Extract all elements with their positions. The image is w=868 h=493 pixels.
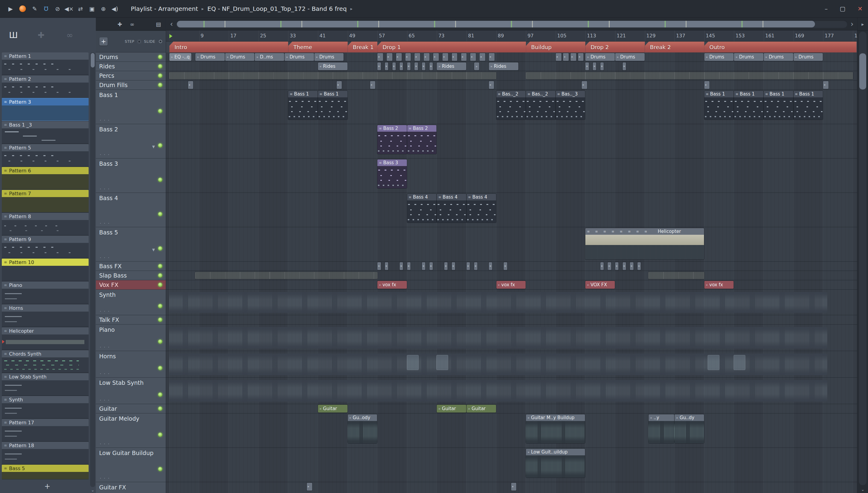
clip-bass-4[interactable]: ≡Bass 4 <box>466 194 496 223</box>
clip-drums[interactable]: »Drums <box>794 53 823 61</box>
clip-vox-fx[interactable]: »VOX FX <box>585 281 615 289</box>
note-ticks-region[interactable] <box>169 72 496 79</box>
section-marker-outro[interactable]: Outro <box>704 42 856 52</box>
mini-clip[interactable]: » <box>452 262 455 270</box>
mini-clip[interactable]: » <box>585 62 589 70</box>
pattern-list-scrollbar[interactable] <box>90 52 95 487</box>
fl-logo-icon[interactable] <box>19 5 26 12</box>
track-mute-led[interactable] <box>158 283 162 287</box>
maximize-button[interactable]: ▢ <box>840 5 845 12</box>
track-menu-arrow-icon[interactable]: ▼ <box>152 145 155 149</box>
mini-clip[interactable]: » <box>400 62 403 70</box>
clip-drums[interactable]: »Drums <box>225 53 255 61</box>
mini-clip[interactable]: » <box>385 262 388 270</box>
mini-clip[interactable]: » <box>489 53 495 61</box>
audio-stem-waveform[interactable] <box>169 292 827 313</box>
track-mute-led[interactable] <box>158 73 162 78</box>
timeline-ruler[interactable]: 9172533414957657381899710511312112913714… <box>166 30 858 42</box>
mini-clip[interactable]: » <box>466 262 470 270</box>
mini-clip[interactable]: » <box>337 81 342 89</box>
track-header-bass-2[interactable]: Bass 2. . .▼ <box>96 124 166 158</box>
mini-clip[interactable]: » <box>578 53 584 61</box>
track-mute-led[interactable] <box>158 109 162 113</box>
clip-bass-1[interactable]: ≡Bass 1 <box>288 91 318 120</box>
clip-bass-2[interactable]: ≡Bass 2 <box>377 125 407 154</box>
clip-drums[interactable]: »Drums <box>615 53 645 61</box>
clip-drums[interactable]: »Drums <box>734 53 763 61</box>
scroll-corner-button[interactable]: ▸ <box>858 18 868 31</box>
track-header-drum-fills[interactable]: Drum Fills <box>96 81 166 90</box>
clip-bas-3[interactable]: ≡Bas.._3 <box>556 91 585 120</box>
pattern-item-pattern-3[interactable]: ≡Pattern 3 <box>2 98 89 121</box>
slide-tool-icon[interactable]: ∞ <box>130 21 134 27</box>
clip-drums[interactable]: »Drums <box>314 53 344 61</box>
section-marker-drop-1[interactable]: Drop 1 <box>377 42 526 52</box>
vertical-scroll-track[interactable] <box>859 31 867 485</box>
mini-clip[interactable]: » <box>582 81 587 89</box>
note-ticks-region[interactable] <box>195 272 377 279</box>
mini-clip[interactable]: » <box>370 81 375 89</box>
track-header-rides[interactable]: Rides <box>96 62 166 71</box>
clip-gu-ody[interactable]: »Gu..ody <box>348 414 377 443</box>
scroll-down-arrow[interactable]: ⌄ <box>90 488 95 492</box>
clip-drums[interactable]: »Drums <box>764 53 793 61</box>
clip-bass-1[interactable]: ≡Bass 1 <box>764 91 793 120</box>
track-mute-led[interactable] <box>158 273 162 278</box>
track-header-bass-1[interactable]: Bass 1. . . <box>96 90 166 124</box>
clip-vox-fx[interactable]: »vox fx <box>377 281 407 289</box>
playhead-marker[interactable] <box>169 34 172 38</box>
track-mute-led[interactable] <box>158 318 162 322</box>
clip-guitar[interactable]: »Guitar <box>318 405 347 412</box>
track-header-bass-3[interactable]: Bass 3. . . <box>96 158 166 193</box>
pattern-item-synth[interactable]: ≡Synth <box>2 396 89 418</box>
mini-clip[interactable]: » <box>637 262 641 270</box>
clip-vox-fx[interactable]: »vox fx <box>704 281 734 289</box>
scrollbar-thumb[interactable] <box>177 21 815 27</box>
swap-arrows-icon[interactable]: ⇄ <box>75 4 86 14</box>
mini-clip[interactable]: » <box>392 62 396 70</box>
mini-clip[interactable]: » <box>504 262 507 270</box>
mini-clip[interactable]: » <box>823 81 828 89</box>
track-header-percs[interactable]: Percs <box>96 71 166 81</box>
mini-clip[interactable]: » <box>615 262 619 270</box>
clip-helicopter[interactable]: ≡≡≡≡≡≡≡≡Helicopter <box>585 228 704 259</box>
mini-clip[interactable]: » <box>405 53 411 61</box>
pattern-item-pattern-8[interactable]: ≡Pattern 8 <box>2 213 89 235</box>
mini-clip[interactable]: » <box>400 262 403 270</box>
track-header-horns[interactable]: Horns. . . <box>96 351 166 378</box>
clip-vox-fx[interactable]: »vox fx <box>496 281 526 289</box>
clip-e[interactable]: »e <box>474 62 479 70</box>
track-header-guitar-fx[interactable]: Guitar FX. . . <box>96 482 166 493</box>
clip-rides[interactable]: »Rides <box>437 62 466 70</box>
grid-view-icon[interactable]: ▤ <box>156 21 161 27</box>
audio-segment[interactable] <box>708 355 719 370</box>
audio-stem-waveform[interactable] <box>169 353 827 375</box>
mini-clip[interactable]: » <box>470 53 476 61</box>
audio-stem-waveform[interactable] <box>169 327 827 349</box>
mini-clip[interactable]: » <box>623 62 626 70</box>
clip-bass-4[interactable]: ≡Bass 4 <box>437 194 466 223</box>
track-mute-led[interactable] <box>158 55 162 59</box>
mini-clip[interactable]: » <box>377 262 381 270</box>
mini-clip[interactable]: » <box>461 53 467 61</box>
mini-clip[interactable]: » <box>188 81 193 89</box>
track-header-bass-4[interactable]: Bass 4. . . <box>96 193 166 227</box>
mini-clip[interactable]: » <box>385 62 388 70</box>
section-marker-drop-2[interactable]: Drop 2 <box>585 42 645 52</box>
clip-low-guit-uildup[interactable]: »Low Guit..uildup <box>526 449 585 478</box>
clip-d-ms[interactable]: »D..ms <box>255 53 284 61</box>
pattern-item-pattern-1[interactable]: ≡Pattern 1 <box>2 52 89 75</box>
mini-clip[interactable]: » <box>704 81 710 89</box>
track-mute-led[interactable] <box>158 264 162 269</box>
clip-rides[interactable]: »Rides <box>318 62 347 70</box>
vertical-scrollbar[interactable]: ▸ ⌄ <box>857 18 868 493</box>
audio-segment[interactable] <box>734 355 745 370</box>
track-mute-led[interactable] <box>158 64 162 69</box>
pattern-item-pattern-2[interactable]: ≡Pattern 2 <box>2 75 89 98</box>
mini-clip[interactable]: » <box>444 262 448 270</box>
clip-eq-q[interactable]: »EQ -..q <box>169 53 191 61</box>
magnet-snap-icon[interactable]: Ω <box>41 4 51 14</box>
pattern-picker-icon[interactable]: Ш <box>9 30 18 40</box>
track-header-bass-fx[interactable]: Bass FX <box>96 261 166 271</box>
clip-drums[interactable]: »Drums <box>284 53 314 61</box>
